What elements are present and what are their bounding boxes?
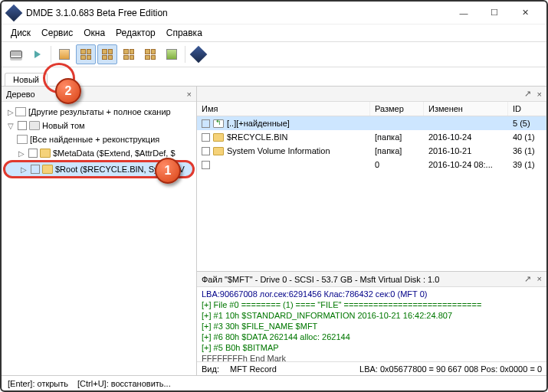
file-header: ↗ × <box>197 87 546 102</box>
close-button[interactable]: ✕ <box>510 2 540 24</box>
file-list[interactable]: [..][+найденные] 5 (5) $RECYCLE.BIN [пап… <box>197 116 546 271</box>
tree-close-icon[interactable]: × <box>187 90 192 99</box>
toolbar-folder-button[interactable] <box>54 44 74 64</box>
col-name[interactable]: Имя <box>197 102 370 116</box>
checkbox[interactable] <box>28 149 38 158</box>
grid-icon <box>102 49 113 60</box>
checkbox[interactable] <box>202 119 210 128</box>
file-row[interactable]: [..][+найденные] 5 (5) <box>197 116 546 130</box>
hex-line: [+] File #0 ======== (1) ==== "FILE" ===… <box>202 299 542 310</box>
toolbar-view4-button[interactable] <box>140 44 160 64</box>
menu-bar: Диск Сервис Окна Редактор Справка <box>2 24 546 41</box>
col-id[interactable]: ID <box>508 102 546 116</box>
toolbar <box>2 41 546 67</box>
pane-close-icon[interactable]: × <box>537 90 542 99</box>
hex-body[interactable]: LBA:90667008 лог.сек:6291456 Клас:786432… <box>197 287 546 361</box>
grid-icon <box>145 49 156 60</box>
toolbar-separator <box>185 46 185 63</box>
file-size: 0 <box>370 160 424 169</box>
up-folder-icon <box>213 119 224 128</box>
tab-main[interactable]: Новый <box>5 73 48 86</box>
checkbox[interactable] <box>202 133 210 142</box>
expand-icon[interactable]: ▷ <box>19 165 28 174</box>
tree-label: [Другие результаты + полное сканир <box>28 107 171 116</box>
status-ctrlu: [Ctrl+U]: восстановить... <box>77 379 171 388</box>
tree-label: $MetaData ($Extend, $AttrDef, $ <box>53 149 176 158</box>
folder-icon <box>42 165 53 174</box>
toolbar-view3-button[interactable] <box>119 44 139 64</box>
expand-icon[interactable]: ↗ <box>524 274 531 284</box>
menu-editor[interactable]: Редактор <box>111 26 160 40</box>
title-bar: DMDE 3.1.0.683 Beta Free Edition — ☐ ✕ <box>2 2 546 24</box>
file-row[interactable]: System Volume Information [папка] 2016-1… <box>197 144 546 158</box>
file-id: 40 (1) <box>508 132 546 142</box>
tree-title: Дерево <box>6 90 35 99</box>
page-icon <box>17 135 28 144</box>
status-enter: [Enter]: открыть <box>8 379 68 388</box>
checkbox[interactable] <box>202 147 210 155</box>
toolbar-play-button[interactable] <box>28 44 48 64</box>
expand-icon[interactable]: ↗ <box>524 89 531 99</box>
toolbar-save-button[interactable] <box>162 44 182 64</box>
play-icon <box>34 51 41 58</box>
file-id: 39 (1) <box>508 160 546 169</box>
folder-icon <box>59 49 70 60</box>
hex-title: Файл "$MFT" - Drive 0 - SCSI - 53.7 GB -… <box>202 275 439 284</box>
file-mod: 2016-10-21 <box>424 146 508 155</box>
tree-header: Дерево × <box>2 87 196 102</box>
drive-icon <box>29 121 40 130</box>
menu-help[interactable]: Справка <box>162 26 207 40</box>
tree-item[interactable]: ▽ Новый том <box>3 119 195 132</box>
folder-icon <box>213 147 224 155</box>
status-bar: [Enter]: открыть [Ctrl+U]: восстановить.… <box>2 375 546 390</box>
toolbar-separator <box>51 46 51 63</box>
app-logo-icon <box>5 4 23 21</box>
tree-item[interactable]: ▷ [Другие результаты + полное сканир <box>3 105 195 119</box>
toolbar-view2-button[interactable] <box>97 44 117 64</box>
toolbar-disk-button[interactable] <box>6 44 26 64</box>
page-icon <box>15 107 26 116</box>
tab-strip: Новый <box>2 67 546 86</box>
checkbox[interactable] <box>202 161 210 169</box>
checkbox[interactable] <box>31 165 40 174</box>
hex-lba-info: LBA: 0x05677800 = 90 667 008 Pos: 0x0000… <box>359 364 542 374</box>
file-size: [папка] <box>370 132 424 142</box>
maximize-button[interactable]: ☐ <box>479 2 510 24</box>
checkbox[interactable] <box>18 121 27 130</box>
hex-line: [+] #6 80h $DATA 262144 alloc: 262144 <box>202 332 542 342</box>
file-id: 36 (1) <box>508 146 546 155</box>
hex-view-label: Вид: <box>202 364 219 374</box>
file-id: 5 (5) <box>508 119 546 128</box>
expand-icon[interactable]: ▷ <box>17 149 26 158</box>
menu-disk[interactable]: Диск <box>6 26 35 40</box>
tree-body[interactable]: ▷ [Другие результаты + полное сканир ▽ Н… <box>2 102 196 375</box>
collapse-icon[interactable]: ▽ <box>6 122 15 130</box>
workspace: Дерево × ▷ [Другие результаты + полное с… <box>2 86 546 375</box>
file-name: System Volume Information <box>227 146 330 155</box>
hex-footer: Вид: MFT Record LBA: 0x05677800 = 90 667… <box>197 361 546 375</box>
grid-icon <box>123 49 134 60</box>
file-row[interactable]: $RECYCLE.BIN [папка] 2016-10-24 40 (1) <box>197 130 546 144</box>
file-row[interactable]: 0 2016-10-24 08:... 39 (1) <box>197 158 546 172</box>
logo-icon <box>190 46 208 64</box>
annotation-callout-2: 2 <box>55 78 81 104</box>
hex-line: LBA:90667008 лог.сек:6291456 Клас:786432… <box>202 289 542 299</box>
pane-close-icon[interactable]: × <box>537 274 542 284</box>
hex-view-mode[interactable]: MFT Record <box>230 364 277 374</box>
window-title: DMDE 3.1.0.683 Beta Free Edition <box>26 8 448 18</box>
annotation-callout-1: 1 <box>155 158 181 184</box>
expand-icon[interactable]: ▷ <box>6 108 15 116</box>
toolbar-about-button[interactable] <box>189 44 208 64</box>
hex-line: [+] #3 30h $FILE_NAME $MFT <box>202 321 542 332</box>
menu-windows[interactable]: Окна <box>79 26 110 40</box>
minimize-button[interactable]: — <box>448 2 479 24</box>
col-modified[interactable]: Изменен <box>424 102 508 116</box>
menu-service[interactable]: Сервис <box>37 26 77 40</box>
toolbar-view1-button[interactable] <box>76 44 96 64</box>
right-pane: ↗ × Имя Размер Изменен ID [..][+найденны… <box>197 87 546 375</box>
folder-icon <box>213 133 224 142</box>
hex-line: [+] #5 B0h $BITMAP <box>202 342 542 353</box>
col-size[interactable]: Размер <box>370 102 424 116</box>
tree-item[interactable]: [Все найденные + реконструкция <box>3 132 195 146</box>
hex-header: Файл "$MFT" - Drive 0 - SCSI - 53.7 GB -… <box>197 272 546 287</box>
